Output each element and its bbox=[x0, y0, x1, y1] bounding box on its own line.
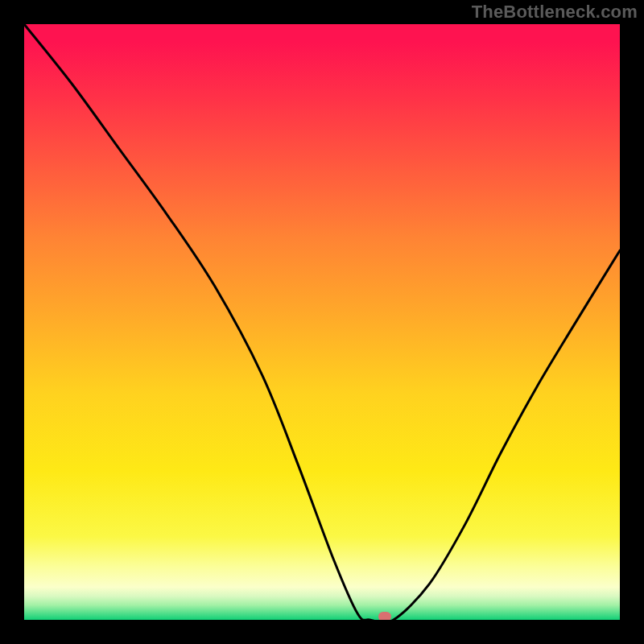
plot-area bbox=[24, 24, 620, 620]
watermark-text: TheBottleneck.com bbox=[472, 2, 638, 23]
chart-container: TheBottleneck.com bbox=[0, 0, 644, 644]
bottleneck-curve bbox=[24, 24, 620, 620]
optimal-point-marker bbox=[378, 612, 391, 620]
